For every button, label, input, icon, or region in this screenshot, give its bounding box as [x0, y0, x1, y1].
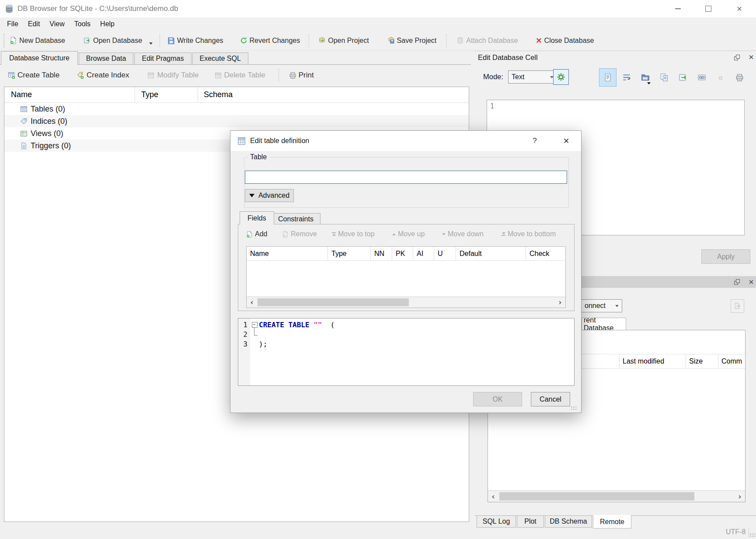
revert-changes-button[interactable]: Revert Changes — [240, 37, 300, 45]
col-ai[interactable]: AI — [413, 247, 434, 260]
advanced-button[interactable]: Advanced — [245, 189, 294, 202]
tab-database-structure[interactable]: Database Structure — [1, 51, 78, 65]
print-button[interactable]: Print — [289, 71, 314, 80]
maximize-button[interactable] — [697, 0, 720, 18]
scroll-right-icon[interactable]: › — [555, 297, 565, 308]
scroll-left-icon[interactable]: ‹ — [488, 491, 498, 502]
fields-hscrollbar[interactable]: ‹ › — [247, 297, 565, 308]
col-check[interactable]: Check — [526, 247, 565, 260]
float-panel-button[interactable] — [731, 52, 742, 62]
open-database-dropdown-icon[interactable] — [149, 42, 153, 45]
close-database-label: Close Database — [544, 37, 594, 45]
attach-database-button: Attach Database — [456, 37, 518, 45]
tab-edit-pragmas[interactable]: Edit Pragmas — [134, 52, 191, 65]
remote-column-last-modified[interactable]: Last modified — [620, 354, 686, 368]
minimize-icon — [675, 8, 681, 9]
close-database-button[interactable]: Close Database — [536, 37, 594, 45]
open-project-button[interactable]: Open Project — [318, 37, 369, 45]
word-wrap-icon — [622, 73, 631, 82]
menu-view[interactable]: View — [45, 20, 69, 28]
tab-db-schema[interactable]: DB Schema — [545, 516, 592, 528]
minimize-button[interactable] — [666, 0, 689, 18]
status-encoding[interactable]: UTF-8 — [726, 528, 746, 536]
tab-fields[interactable]: Fields — [240, 211, 274, 224]
maximize-icon — [705, 6, 711, 12]
close-button[interactable]: ✕ — [728, 0, 751, 18]
word-wrap-button[interactable] — [618, 68, 635, 87]
close-icon: ✕ — [563, 136, 569, 145]
create-index-button[interactable]: Create Index — [77, 71, 129, 80]
col-name[interactable]: Name — [247, 247, 328, 260]
auto-format-button[interactable] — [553, 69, 569, 85]
scrollbar-thumb[interactable] — [258, 298, 409, 306]
toolbar-separator — [279, 69, 279, 82]
sql-line-1: CREATE TABLE "" ( — [259, 320, 574, 330]
tab-label: Fields — [247, 214, 266, 222]
col-pk[interactable]: PK — [392, 247, 413, 260]
remote-column-commit[interactable]: Comm — [718, 354, 745, 368]
remote-hscrollbar[interactable]: ‹ › — [488, 490, 745, 502]
add-field-button[interactable]: Add — [246, 230, 267, 238]
col-type[interactable]: Type — [328, 247, 371, 260]
attach-database-label: Attach Database — [466, 37, 518, 45]
scrollbar-thumb[interactable] — [499, 492, 694, 500]
col-default[interactable]: Default — [456, 247, 526, 260]
sql-code[interactable]: CREATE TABLE "" ( ); — [259, 318, 574, 385]
tree-column-name[interactable]: Name — [4, 87, 135, 102]
window-resize-grip[interactable] — [749, 533, 755, 538]
scroll-right-icon[interactable]: › — [735, 491, 745, 502]
tab-execute-sql[interactable]: Execute SQL — [192, 52, 248, 65]
connect-select[interactable]: onnect — [582, 299, 622, 312]
close-panel-button[interactable]: ✕ — [746, 277, 756, 287]
tab-remote[interactable]: Remote — [593, 515, 631, 528]
tree-column-schema[interactable]: Schema — [198, 87, 469, 102]
cancel-button[interactable]: Cancel — [531, 392, 570, 406]
col-u[interactable]: U — [434, 247, 456, 260]
tab-browse-data[interactable]: Browse Data — [79, 52, 134, 65]
tree-row-indices[interactable]: Indices (0) — [4, 115, 469, 127]
tab-plot[interactable]: Plot — [517, 516, 544, 528]
mode-value: Text — [512, 73, 524, 81]
new-database-button[interactable]: New Database — [10, 37, 65, 45]
close-panel-button[interactable]: ✕ — [746, 52, 756, 62]
save-project-button[interactable]: Save Project — [387, 37, 437, 45]
scroll-left-icon[interactable]: ‹ — [247, 297, 257, 308]
table-group-label: Table — [248, 153, 269, 161]
sql-paren: ( — [331, 321, 335, 329]
open-database-button[interactable]: Open Database — [84, 37, 142, 45]
write-changes-button[interactable]: Write Changes — [167, 37, 223, 45]
line-number: 3 — [238, 340, 247, 349]
sql-line-3: ); — [259, 340, 574, 349]
col-nn[interactable]: NN — [371, 247, 392, 260]
tab-constraints[interactable]: Constraints — [271, 213, 321, 225]
print-cell-button[interactable] — [731, 68, 748, 87]
menu-help[interactable]: Help — [95, 20, 119, 28]
create-table-button[interactable]: Create Table — [8, 71, 59, 80]
link-button[interactable] — [693, 68, 711, 87]
import-button[interactable] — [637, 68, 654, 87]
status-separator — [749, 528, 749, 537]
table-name-input[interactable] — [245, 171, 567, 184]
dialog-help-button[interactable]: ? — [524, 131, 545, 151]
text-mode-button[interactable] — [599, 68, 617, 87]
export-button[interactable] — [674, 68, 692, 87]
create-index-label: Create Index — [87, 71, 129, 80]
mode-select[interactable]: Text — [508, 70, 557, 84]
tab-sql-log[interactable]: SQL Log — [477, 516, 516, 528]
move-to-bottom-button: Move to bottom — [502, 230, 556, 238]
dialog-close-button[interactable]: ✕ — [556, 131, 577, 151]
fold-line — [254, 327, 258, 336]
menu-file[interactable]: File — [2, 20, 23, 28]
menu-edit[interactable]: Edit — [23, 20, 45, 28]
copy-button[interactable] — [655, 68, 673, 87]
float-panel-button[interactable] — [731, 277, 742, 287]
menu-tools[interactable]: Tools — [70, 20, 95, 28]
new-database-label: New Database — [19, 37, 65, 45]
remote-tab-current-database[interactable]: rent Database — [582, 318, 626, 330]
column-label: Check — [530, 250, 549, 258]
tree-row-tables[interactable]: Tables (0) — [4, 103, 469, 115]
dialog-titlebar[interactable]: Edit table definition ? ✕ — [230, 131, 581, 151]
remote-column-size[interactable]: Size — [686, 354, 718, 368]
tree-column-type[interactable]: Type — [135, 87, 198, 102]
dialog-resize-grip[interactable] — [571, 406, 576, 411]
